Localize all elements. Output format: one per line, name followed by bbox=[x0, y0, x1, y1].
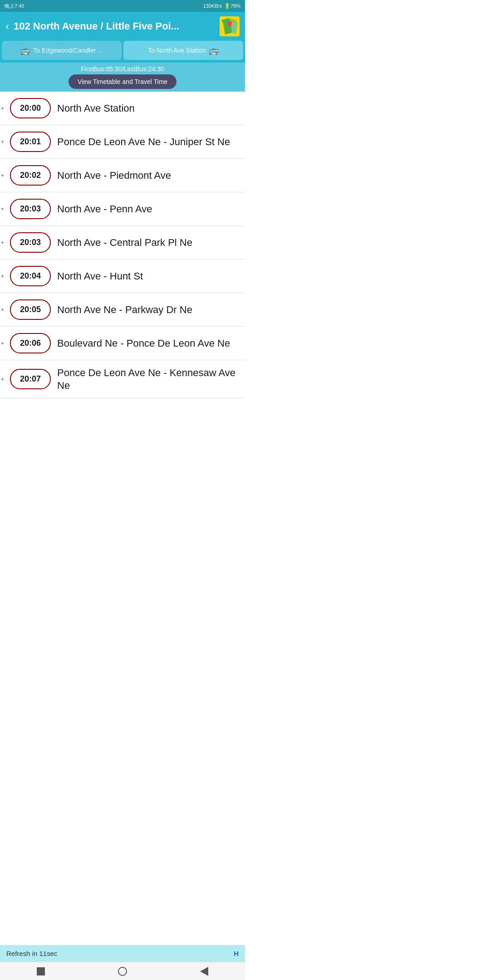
tab-edgewood[interactable]: 🚌 To Edgewood/Candler ... bbox=[2, 41, 122, 60]
page-title: 102 North Avenue / Little Five Poi... bbox=[14, 20, 215, 32]
expand-icon: + bbox=[1, 376, 4, 382]
expand-icon: + bbox=[1, 273, 4, 279]
stop-time: 20:00 bbox=[10, 98, 51, 118]
stop-item[interactable]: + 20:01 Ponce De Leon Ave Ne - Juniper S… bbox=[0, 125, 245, 159]
status-battery: 🔋79% bbox=[224, 3, 240, 9]
first-last-bus: FirstBus:05:30/LastBus:24:30 bbox=[5, 65, 240, 73]
map-icon[interactable] bbox=[220, 16, 240, 36]
tab-north-ave[interactable]: To North Ave Station 🚌 bbox=[123, 41, 243, 60]
stop-name: North Ave Station bbox=[57, 102, 240, 115]
status-right: 130KB/s 🔋79% bbox=[203, 3, 240, 9]
stop-item[interactable]: + 20:04 North Ave - Hunt St bbox=[0, 260, 245, 293]
stop-item[interactable]: + 20:06 Boulevard Ne - Ponce De Leon Ave… bbox=[0, 327, 245, 360]
stop-item[interactable]: + 20:07 Ponce De Leon Ave Ne - Kennesaw … bbox=[0, 360, 245, 398]
stop-name: North Ave - Hunt St bbox=[57, 270, 240, 283]
expand-icon: + bbox=[1, 240, 4, 246]
bus-icon-right: 🚌 bbox=[209, 45, 219, 55]
stop-name: Ponce De Leon Ave Ne - Juniper St Ne bbox=[57, 136, 240, 148]
expand-icon: + bbox=[1, 172, 4, 179]
app-header: ‹ 102 North Avenue / Little Five Poi... bbox=[0, 12, 245, 41]
stop-time: 20:03 bbox=[10, 199, 51, 219]
stop-item[interactable]: + 20:02 North Ave - Piedmont Ave bbox=[0, 159, 245, 192]
stop-item[interactable]: + 20:05 North Ave Ne - Parkway Dr Ne bbox=[0, 293, 245, 327]
stop-time: 20:02 bbox=[10, 165, 51, 186]
expand-icon: + bbox=[1, 340, 4, 347]
tab-edgewood-label: To Edgewood/Candler ... bbox=[33, 47, 103, 54]
stop-name: North Ave Ne - Parkway Dr Ne bbox=[57, 304, 240, 316]
status-time: 晚上7:45 bbox=[5, 3, 24, 10]
stop-time: 20:03 bbox=[10, 232, 51, 253]
stop-name: North Ave - Piedmont Ave bbox=[57, 169, 240, 182]
stop-time: 20:05 bbox=[10, 299, 51, 320]
stop-item[interactable]: + 20:00 North Ave Station bbox=[0, 92, 245, 125]
stop-time: 20:01 bbox=[10, 132, 51, 152]
stop-time: 20:06 bbox=[10, 333, 51, 353]
expand-icon: + bbox=[1, 206, 4, 212]
status-bar: 晚上7:45 130KB/s 🔋79% bbox=[0, 0, 245, 12]
direction-tabs: 🚌 To Edgewood/Candler ... To North Ave S… bbox=[0, 41, 245, 63]
stop-time: 20:04 bbox=[10, 266, 51, 286]
stop-item[interactable]: + 20:03 North Ave - Penn Ave bbox=[0, 192, 245, 226]
stop-time: 20:07 bbox=[10, 369, 51, 389]
bus-icon-left: 🚌 bbox=[20, 45, 30, 55]
view-timetable-button[interactable]: View Timetable and Travel Time bbox=[69, 74, 176, 89]
info-bar: FirstBus:05:30/LastBus:24:30 View Timeta… bbox=[0, 63, 245, 92]
back-button[interactable]: ‹ bbox=[5, 20, 9, 33]
stop-name: Ponce De Leon Ave Ne - Kennesaw Ave Ne bbox=[57, 367, 240, 392]
stop-list: + 20:00 North Ave Station + 20:01 Ponce … bbox=[0, 92, 245, 398]
stop-name: North Ave - Central Park Pl Ne bbox=[57, 236, 240, 249]
stop-item[interactable]: + 20:03 North Ave - Central Park Pl Ne bbox=[0, 226, 245, 260]
expand-icon: + bbox=[1, 307, 4, 313]
status-speed: 130KB/s bbox=[203, 3, 222, 9]
stop-name: Boulevard Ne - Ponce De Leon Ave Ne bbox=[57, 337, 240, 350]
stop-name: North Ave - Penn Ave bbox=[57, 203, 240, 216]
tab-north-ave-label: To North Ave Station bbox=[148, 47, 206, 54]
expand-icon: + bbox=[1, 105, 4, 112]
expand-icon: + bbox=[1, 139, 4, 145]
